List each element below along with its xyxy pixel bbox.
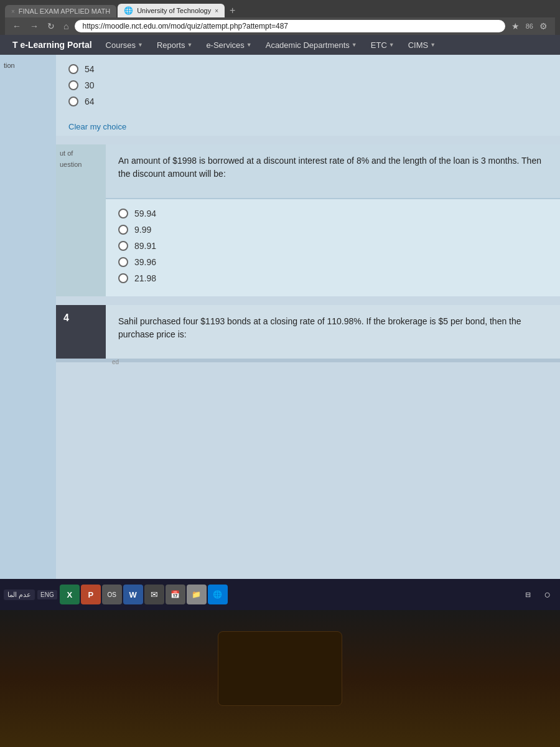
- radio-21-98[interactable]: [118, 273, 128, 283]
- option-value-5994: 59.94: [134, 209, 156, 218]
- question-4-number: 4: [60, 310, 102, 326]
- browser-icon[interactable]: 🌐: [208, 585, 228, 604]
- nav-cims[interactable]: CIMS ▼: [402, 35, 442, 55]
- tab-icon: 🌐: [124, 6, 133, 15]
- chevron-down-icon: ▼: [246, 42, 252, 48]
- chevron-down-icon: ▼: [187, 42, 192, 48]
- tab-close-icon[interactable]: ×: [215, 7, 218, 14]
- taskbar-view-button[interactable]: ⊟: [519, 586, 536, 603]
- radio-64[interactable]: [68, 96, 78, 106]
- tab-close-icon[interactable]: ×: [11, 8, 15, 15]
- site-brand: T e-Learning Portal: [6, 35, 98, 55]
- nav-e-services[interactable]: e-Services ▼: [200, 35, 258, 55]
- nav-courses[interactable]: Courses ▼: [100, 35, 149, 55]
- eng-label: ENG: [40, 591, 54, 598]
- content-spacer: ed: [56, 359, 560, 579]
- option-row: 64: [68, 93, 548, 110]
- sidebar: tion: [0, 55, 56, 579]
- navigation-bar: T e-Learning Portal Courses ▼ Reports ▼ …: [0, 35, 560, 55]
- option-value-30: 30: [85, 80, 95, 90]
- tab-bar: × FINAL EXAM APPLIED MATH 🌐 University o…: [5, 4, 555, 17]
- radio-30[interactable]: [68, 80, 78, 90]
- question-4-row: 4 Sahil purchased four $1193 bonds at a …: [56, 305, 560, 359]
- option-row: 30: [68, 77, 548, 93]
- question-3-meta: ut of uestion: [56, 144, 106, 296]
- arabic-label: عدم الما: [7, 591, 31, 598]
- prev-question-options: 54 30 64 Clear my choice: [56, 55, 560, 136]
- question-3-row: ut of uestion An amount of $1998 is borr…: [56, 144, 560, 296]
- forward-button[interactable]: →: [27, 20, 41, 32]
- question-4-text: Sahil purchased four $1193 bonds at a cl…: [118, 315, 548, 341]
- address-bar: ← → ↻ ⌂ ★ 86 ⚙: [5, 17, 555, 35]
- nav-etc[interactable]: ETC ▼: [365, 35, 401, 55]
- spacer: [56, 136, 560, 144]
- question-4-text-block: Sahil purchased four $1193 bonds at a cl…: [106, 305, 560, 359]
- tab-label: University of Technology: [137, 7, 211, 14]
- tab-university[interactable]: 🌐 University of Technology ×: [118, 4, 225, 17]
- browser-chrome: × FINAL EXAM APPLIED MATH 🌐 University o…: [0, 0, 560, 35]
- main-content: tion 54 30 64 Clear my choice: [0, 55, 560, 579]
- tab-final-exam[interactable]: × FINAL EXAM APPLIED MATH: [5, 5, 116, 17]
- settings-button[interactable]: ⚙: [537, 20, 550, 32]
- option-row-999: 9.99: [118, 222, 548, 238]
- nav-academic-label: Academic Departments: [266, 40, 350, 50]
- chevron-down-icon: ▼: [352, 42, 357, 48]
- question-4-meta: 4: [56, 305, 106, 359]
- refresh-button[interactable]: ↻: [45, 20, 57, 32]
- trackpad[interactable]: [218, 631, 342, 706]
- option-row-8991: 89.91: [118, 238, 548, 254]
- taskbar-start-button[interactable]: ○: [539, 586, 556, 603]
- option-value-64: 64: [85, 96, 95, 106]
- quiz-area: 54 30 64 Clear my choice ut of uestion: [56, 55, 560, 579]
- nav-reports[interactable]: Reports ▼: [151, 35, 198, 55]
- question-label: tion: [4, 61, 52, 70]
- nav-cims-label: CIMS: [408, 40, 429, 50]
- excel-icon[interactable]: X: [60, 585, 80, 604]
- question-3-text-block: An amount of $1998 is borrowed at a disc…: [106, 144, 560, 199]
- status-bar: ed: [56, 359, 560, 362]
- saved-label: ed: [112, 359, 119, 365]
- powerpoint-icon[interactable]: P: [81, 585, 101, 604]
- radio-54[interactable]: [68, 64, 78, 74]
- mail-icon[interactable]: ✉: [144, 585, 164, 604]
- radio-59-94[interactable]: [118, 209, 128, 218]
- folder-icon[interactable]: 📁: [187, 585, 207, 604]
- chevron-down-icon: ▼: [389, 42, 394, 48]
- ut-of-label: ut of: [60, 149, 102, 157]
- spacer-2: [56, 296, 560, 305]
- question-3-text: An amount of $1998 is borrowed at a disc…: [118, 154, 548, 181]
- tab-label: FINAL EXAM APPLIED MATH: [19, 7, 110, 15]
- calendar-icon[interactable]: 📅: [166, 585, 185, 604]
- new-tab-button[interactable]: +: [226, 4, 239, 17]
- star-count: 86: [526, 22, 533, 30]
- eng-indicator: ENG: [37, 590, 57, 599]
- option-row-3996: 39.96: [118, 254, 548, 270]
- nav-academic-departments[interactable]: Academic Departments ▼: [259, 35, 363, 55]
- back-button[interactable]: ←: [10, 20, 24, 32]
- question-3-options: 59.94 9.99 89.91 39.96: [106, 199, 560, 296]
- option-row-5994: 59.94: [118, 205, 548, 222]
- os-icon[interactable]: OS: [102, 585, 122, 604]
- option-value-3996: 39.96: [134, 257, 156, 267]
- nav-etc-label: ETC: [371, 40, 387, 50]
- word-icon[interactable]: W: [123, 585, 143, 604]
- clear-choice-link[interactable]: Clear my choice: [68, 122, 126, 131]
- nav-reports-label: Reports: [157, 40, 185, 50]
- radio-39-96[interactable]: [118, 257, 128, 267]
- option-value-54: 54: [85, 64, 95, 74]
- chevron-down-icon: ▼: [138, 42, 143, 48]
- question-sidebar-label: uestion: [60, 161, 102, 168]
- option-row-2198: 21.98: [118, 270, 548, 286]
- home-button[interactable]: ⌂: [61, 20, 71, 32]
- radio-89-91[interactable]: [118, 241, 128, 251]
- nav-eservices-label: e-Services: [206, 40, 244, 50]
- taskbar-icons: X P OS W ✉ 📅 📁 🌐: [60, 585, 228, 604]
- option-value-999: 9.99: [134, 225, 151, 235]
- bookmark-button[interactable]: ★: [509, 20, 522, 32]
- taskbar-arabic-text: عدم الما: [4, 590, 35, 600]
- chevron-down-icon: ▼: [430, 42, 436, 48]
- address-input[interactable]: [75, 20, 505, 32]
- option-value-2198: 21.98: [134, 273, 156, 283]
- radio-9-99[interactable]: [118, 225, 128, 235]
- laptop-bottom: [0, 610, 560, 747]
